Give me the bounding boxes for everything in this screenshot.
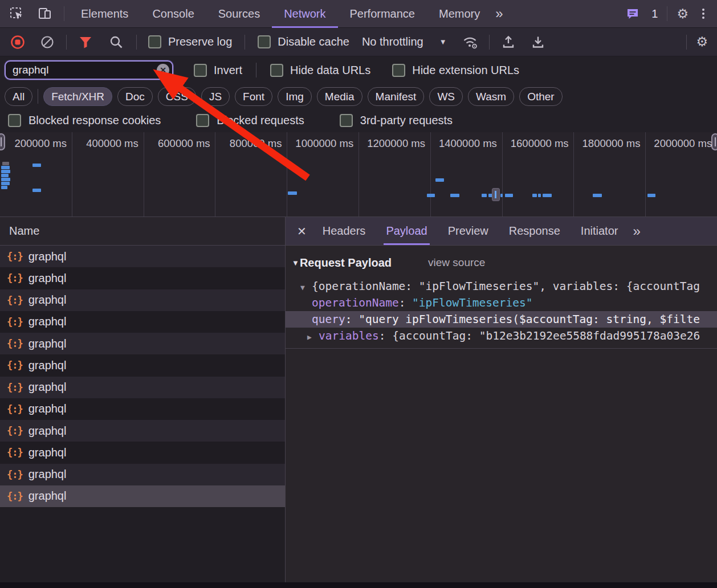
timeline-overview[interactable]: 200000 ms400000 ms600000 ms800000 ms1000… <box>0 132 717 217</box>
overview-right-handle[interactable] <box>711 133 717 150</box>
inspect-element-icon[interactable] <box>7 4 26 23</box>
request-row[interactable]: {:}graphql <box>0 485 285 507</box>
tab-performance[interactable]: Performance <box>338 0 427 28</box>
overview-request-bar <box>2 162 9 165</box>
devtools-window: ElementsConsoleSourcesNetworkPerformance… <box>0 0 717 588</box>
overview-request-bar <box>1 186 7 189</box>
chip-other[interactable]: Other <box>519 87 563 106</box>
tab-console[interactable]: Console <box>140 0 206 28</box>
disclosure-open-icon[interactable]: ▼ <box>300 279 312 296</box>
details-tab-response[interactable]: Response <box>507 218 563 245</box>
network-settings-gear-icon[interactable]: ⚙ <box>696 35 708 48</box>
request-row[interactable]: {:}graphql <box>0 377 285 398</box>
hide-data-urls-checkbox[interactable] <box>270 64 283 77</box>
payload-section-title: Request Payload <box>300 256 392 270</box>
fetch-xhr-icon: {:} <box>7 316 23 328</box>
throttling-caret-icon[interactable]: ▼ <box>439 38 447 46</box>
payload-prop-row[interactable]: operationName: "ipFlowTimeseries" <box>286 295 717 311</box>
close-details-icon[interactable]: ✕ <box>297 224 307 238</box>
more-tabs-icon[interactable]: » <box>495 0 503 27</box>
issues-count[interactable]: 1 <box>651 7 658 21</box>
ruler-tick-label: 400000 ms <box>72 137 138 150</box>
payload-prop-row[interactable]: ▶variables: {accountTag: "b12e3b2192ee55… <box>286 328 717 344</box>
request-row[interactable]: {:}graphql <box>0 289 285 311</box>
view-source-link[interactable]: view source <box>428 256 485 269</box>
payload-root-row[interactable]: ▼{operationName: "ipFlowTimeseries", var… <box>286 278 717 295</box>
disable-cache-checkbox[interactable] <box>258 35 271 48</box>
chip-manifest[interactable]: Manifest <box>368 87 425 106</box>
request-row[interactable]: {:}graphql <box>0 267 285 289</box>
filter-row: ✕ Invert Hide data URLs Hide extension U… <box>0 56 717 84</box>
chip-media[interactable]: Media <box>317 87 362 106</box>
record-network-log-button[interactable] <box>9 34 26 51</box>
invert-checkbox[interactable] <box>194 64 207 77</box>
request-row[interactable]: {:}graphql <box>0 246 285 267</box>
blocked-requests-checkbox[interactable] <box>196 114 209 127</box>
name-column-header[interactable]: Name <box>0 217 285 246</box>
blocked-response-cookies-label: Blocked response cookies <box>28 114 161 127</box>
divider <box>686 35 687 50</box>
chip-img[interactable]: Img <box>278 87 312 106</box>
request-row[interactable]: {:}graphql <box>0 311 285 333</box>
third-party-requests-checkbox[interactable] <box>340 114 353 127</box>
details-tab-initiator[interactable]: Initiator <box>579 218 621 245</box>
chip-font[interactable]: Font <box>235 87 272 106</box>
hide-extension-urls-label: Hide extension URLs <box>412 64 519 77</box>
issues-message-icon[interactable] <box>623 4 642 23</box>
request-name: graphql <box>28 468 67 481</box>
throttling-select[interactable]: No throttling <box>362 35 423 48</box>
request-row[interactable]: {:}graphql <box>0 420 285 442</box>
tab-memory[interactable]: Memory <box>427 0 492 28</box>
details-tab-payload[interactable]: Payload <box>384 218 429 245</box>
fetch-xhr-icon: {:} <box>7 251 23 262</box>
blocked-response-cookies-checkbox[interactable] <box>8 114 21 127</box>
preserve-log-checkbox[interactable] <box>148 35 161 48</box>
chip-wasm[interactable]: Wasm <box>468 87 514 106</box>
overview-request-bar <box>482 194 487 197</box>
chip-ws[interactable]: WS <box>429 87 463 106</box>
section-disclosure-icon[interactable]: ▼ <box>292 259 299 267</box>
chip-doc[interactable]: Doc <box>117 87 153 106</box>
tab-network[interactable]: Network <box>272 0 337 28</box>
filter-funnel-icon[interactable] <box>77 34 94 51</box>
chip-js[interactable]: JS <box>201 87 230 106</box>
import-har-icon[interactable] <box>500 34 517 51</box>
request-row[interactable]: {:}graphql <box>0 398 285 420</box>
request-name: graphql <box>28 424 67 438</box>
chip-fetch-xhr[interactable]: Fetch/XHR <box>43 87 112 106</box>
settings-gear-icon[interactable]: ⚙ <box>677 7 689 21</box>
chip-all[interactable]: All <box>5 87 32 106</box>
details-tab-headers[interactable]: Headers <box>320 218 368 245</box>
details-more-tabs-icon[interactable]: » <box>633 223 640 239</box>
filter-input[interactable] <box>5 60 173 80</box>
ruler-tick-label: 200000 ms <box>0 137 67 150</box>
payload-prop-row-selected[interactable]: query: "query ipFlowTimeseries($accountT… <box>286 311 717 328</box>
clear-filter-icon[interactable]: ✕ <box>157 64 169 76</box>
request-row[interactable]: {:}graphql <box>0 442 285 463</box>
network-toolbar: Preserve log Disable cache No throttling… <box>0 28 717 56</box>
export-har-icon[interactable] <box>529 34 547 51</box>
request-row[interactable]: {:}graphql <box>0 464 285 485</box>
ruler-tick-label: 600000 ms <box>144 137 210 150</box>
tab-sources[interactable]: Sources <box>206 0 272 28</box>
overview-request-bar <box>427 194 435 197</box>
disclosure-closed-icon[interactable]: ▶ <box>307 329 319 345</box>
request-row[interactable]: {:}graphql <box>0 333 285 354</box>
request-row[interactable]: {:}graphql <box>0 354 285 376</box>
kebab-menu-icon[interactable] <box>698 6 709 21</box>
overview-request-bar <box>1 182 10 185</box>
hide-extension-urls-checkbox[interactable] <box>392 64 405 77</box>
ruler-tick-label: 1400000 ms <box>430 137 497 150</box>
search-icon[interactable] <box>108 34 125 51</box>
fetch-xhr-icon: {:} <box>7 491 23 502</box>
divider <box>286 348 717 349</box>
device-toolbar-icon[interactable] <box>35 4 55 23</box>
clear-network-log-button[interactable] <box>39 34 56 51</box>
ruler-tick-label: 2000000 ms <box>645 137 712 150</box>
request-name: graphql <box>28 250 67 263</box>
blocked-requests-label: Blocked requests <box>217 114 304 127</box>
tab-elements[interactable]: Elements <box>69 0 140 28</box>
chip-css[interactable]: CSS <box>158 87 196 106</box>
details-tab-preview[interactable]: Preview <box>446 218 491 245</box>
network-conditions-icon[interactable] <box>462 34 479 51</box>
